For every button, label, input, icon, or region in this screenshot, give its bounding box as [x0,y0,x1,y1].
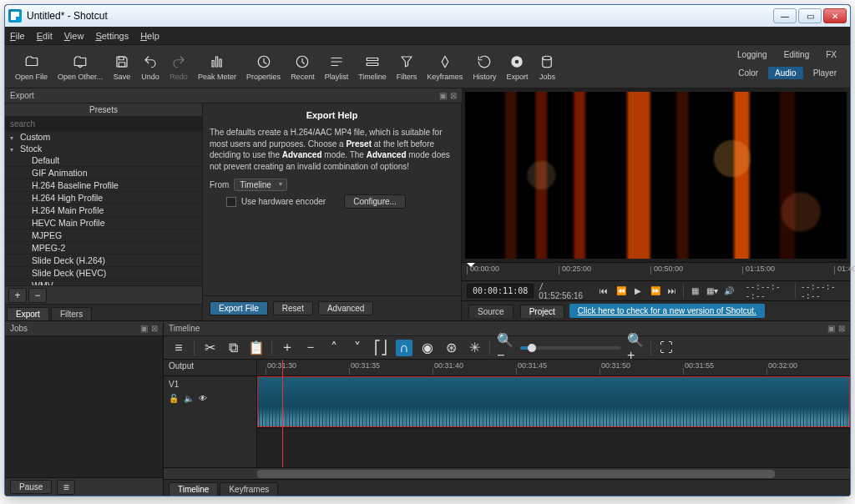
scrub-icon[interactable]: ◉ [419,340,436,356]
add-preset-button[interactable]: + [8,288,27,303]
preset-item[interactable]: Default [5,154,202,167]
preset-item[interactable]: Slide Deck (H.264) [5,255,202,267]
mode-editing[interactable]: Editing [777,48,817,61]
mode-player[interactable]: Player [807,67,843,79]
toolbar-properties[interactable]: Properties [241,51,286,83]
toolbar-undo[interactable]: Undo [136,51,164,83]
append-icon[interactable]: ＋ [279,340,296,356]
toolbar-playlist[interactable]: Playlist [320,51,354,83]
toolbar-keyframes[interactable]: Keyframes [422,51,468,83]
preset-item[interactable]: H.264 High Profile [5,192,202,204]
video-preview[interactable] [465,92,847,259]
tab-filters[interactable]: Filters [51,307,92,320]
zoom-in-icon[interactable]: 🔍+ [627,340,644,356]
remove-icon[interactable]: － [302,340,319,356]
preset-item[interactable]: Slide Deck (HEVC) [5,267,202,280]
preset-item[interactable]: HEVC Main Profile [5,217,202,229]
menu-edit[interactable]: Edit [37,31,53,41]
zoom-fit-timeline-icon[interactable]: ⛶ [658,340,675,356]
toolbar-open-file[interactable]: Open File [10,51,53,83]
window-titlebar[interactable]: Untitled* - Shotcut — ▭ ✕ [5,5,850,27]
export-file-button[interactable]: Export File [210,301,268,315]
remove-preset-button[interactable]: − [28,288,47,303]
minimize-button[interactable]: — [773,8,797,23]
preset-item[interactable]: H.264 Baseline Profile [5,179,202,192]
tab-keyframes[interactable]: Keyframes [220,482,278,496]
menu-file[interactable]: File [10,31,25,41]
panel-float-icon[interactable]: ▣ [439,91,447,100]
playhead-line[interactable] [282,360,283,467]
rewind-icon[interactable]: ⏪ [615,285,627,298]
grid-icon[interactable]: ▦▾ [706,285,718,298]
timeline-ruler[interactable]: 00:31:3000:31:3500:31:4000:31:4500:31:50… [257,360,850,376]
maximize-button[interactable]: ▭ [798,8,822,23]
toolbar-peak-meter[interactable]: Peak Meter [193,51,241,83]
menu-help[interactable]: Help [140,31,159,41]
tab-timeline[interactable]: Timeline [169,482,218,496]
from-select[interactable]: Timeline [234,179,286,191]
preset-search-input[interactable] [5,116,202,131]
mode-color[interactable]: Color [731,67,765,79]
mute-icon[interactable]: 🔈 [184,394,194,403]
menu-view[interactable]: View [64,31,84,41]
ripple-all-icon[interactable]: ✳ [466,340,483,356]
panel-close-icon[interactable]: ⊠ [450,91,457,100]
reset-button[interactable]: Reset [273,301,313,315]
zoom-slider[interactable] [520,346,620,350]
snap-icon[interactable]: ∩ [396,340,412,356]
preset-item[interactable]: H.264 Main Profile [5,204,202,217]
toolbar-open-other[interactable]: Open Other... [53,51,108,83]
zoom-fit-icon[interactable]: ▦ [689,285,701,298]
mode-audio[interactable]: Audio [768,67,803,79]
toolbar-timeline[interactable]: Timeline [353,51,392,83]
toolbar-export[interactable]: Export [501,51,533,83]
cut-icon[interactable]: ✂ [201,340,218,356]
mode-logging[interactable]: Logging [731,48,774,61]
toolbar-save[interactable]: Save [108,51,136,83]
copy-icon[interactable]: ⧉ [225,340,241,356]
skip-end-icon[interactable]: ⏭ [666,285,678,298]
advanced-button[interactable]: Advanced [318,301,373,315]
skip-start-icon[interactable]: ⏮ [598,285,610,298]
preset-item[interactable]: MJPEG [5,229,202,242]
play-icon[interactable]: ▶ [632,285,644,298]
toolbar-jobs[interactable]: Jobs [533,51,561,83]
toolbar-recent[interactable]: Recent [286,51,320,83]
jobs-float-icon[interactable]: ▣ [140,324,148,333]
preset-group-stock[interactable]: Stock [5,143,202,154]
timecode-current[interactable]: 00:00:11:08 [467,284,534,298]
overwrite-icon[interactable]: ˅ [349,340,366,356]
timeline-scrollbar[interactable] [164,467,850,479]
timeline-tracks[interactable]: 00:31:3000:31:3500:31:4000:31:4500:31:50… [257,360,850,467]
preview-time-ruler[interactable]: 00:00:0000:25:0000:50:0001:15:0001:40:00 [462,262,850,280]
fast-forward-icon[interactable]: ⏩ [649,285,660,298]
menu-settings[interactable]: Settings [95,31,129,41]
jobs-pause-button[interactable]: Pause [10,480,52,494]
tab-project[interactable]: Project [520,305,564,318]
ripple-icon[interactable]: ⊛ [443,340,459,356]
timeline-close-icon[interactable]: ⊠ [838,324,845,333]
toolbar-redo[interactable]: Redo [164,51,193,83]
mode-fx[interactable]: FX [819,48,843,61]
lock-icon[interactable]: 🔓 [169,394,179,403]
zoom-out-icon[interactable]: 🔍− [497,340,514,356]
close-button[interactable]: ✕ [823,8,847,23]
paste-icon[interactable]: 📋 [248,340,265,356]
toolbar-filters[interactable]: Filters [392,51,422,83]
tab-source[interactable]: Source [468,305,514,318]
toolbar-history[interactable]: History [468,51,501,83]
tab-export[interactable]: Export [7,307,49,320]
hide-icon[interactable]: 👁 [199,394,207,403]
jobs-close-icon[interactable]: ⊠ [151,324,158,333]
timeline-track-v1-lane[interactable] [257,376,850,428]
preset-item[interactable]: WMV [5,280,202,285]
update-check-link[interactable]: Click here to check for a new version of… [569,304,765,318]
preset-group-custom[interactable]: Custom [5,131,202,143]
preset-item[interactable]: MPEG-2 [5,242,202,255]
lift-icon[interactable]: ˄ [326,340,342,356]
configure-button[interactable]: Configure... [344,194,406,209]
jobs-menu-icon[interactable]: ≡ [57,480,75,495]
split-icon[interactable]: ⎡⎦ [372,340,389,356]
timeline-menu-icon[interactable]: ≡ [170,340,187,356]
preset-item[interactable]: GIF Animation [5,167,202,179]
